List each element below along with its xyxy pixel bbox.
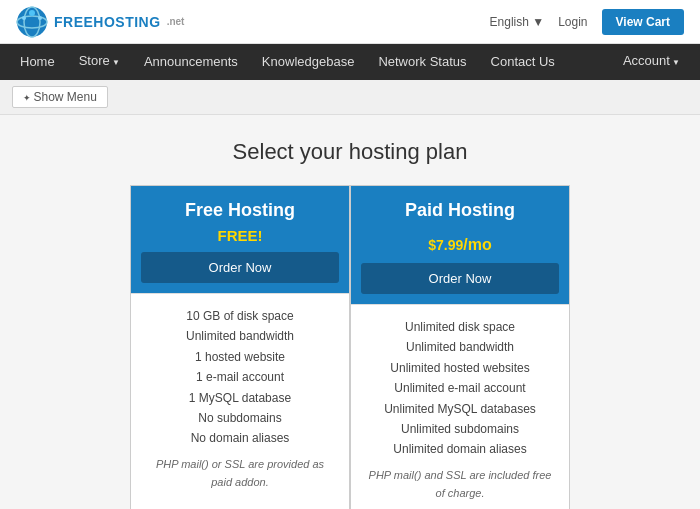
login-link[interactable]: Login — [558, 15, 587, 29]
free-plan-note: PHP mail() or SSL are provided as paid a… — [147, 455, 333, 492]
view-cart-button[interactable]: View Cart — [602, 9, 684, 35]
nav-home[interactable]: Home — [8, 44, 67, 80]
logo-suffix: .net — [167, 16, 185, 27]
paid-plan-header: Paid Hosting $7.99/mo Order Now — [351, 186, 569, 304]
paid-plan-features: Unlimited disk space Unlimited bandwidth… — [351, 304, 569, 509]
free-plan-header: Free Hosting FREE! Order Now — [131, 186, 349, 293]
nav-announcements[interactable]: Announcements — [132, 44, 250, 80]
paid-plan-price: $7.99/mo — [361, 227, 559, 255]
plans-container: Free Hosting FREE! Order Now 10 GB of di… — [0, 185, 700, 509]
free-plan-features: 10 GB of disk space Unlimited bandwidth … — [131, 293, 349, 504]
nav-contact-us[interactable]: Contact Us — [479, 44, 567, 80]
show-menu-bar: Show Menu — [0, 80, 700, 115]
nav-knowledgebase[interactable]: Knowledgebase — [250, 44, 367, 80]
free-plan-card: Free Hosting FREE! Order Now 10 GB of di… — [130, 185, 350, 509]
paid-plan-price-suffix: /mo — [463, 236, 491, 253]
nav-account[interactable]: Account — [611, 43, 692, 81]
svg-point-3 — [29, 10, 35, 16]
nav-store[interactable]: Store — [67, 43, 132, 81]
logo-area: FREEHOSTING .net — [16, 6, 184, 38]
svg-point-5 — [22, 16, 26, 20]
logo-icon — [16, 6, 48, 38]
main-nav: Home Store Announcements Knowledgebase N… — [0, 44, 700, 80]
free-plan-price: FREE! — [141, 227, 339, 244]
top-bar: FREEHOSTING .net English ▼ Login View Ca… — [0, 0, 700, 44]
nav-network-status[interactable]: Network Status — [366, 44, 478, 80]
show-menu-button[interactable]: Show Menu — [12, 86, 108, 108]
logo-text: FREEHOSTING — [54, 14, 161, 30]
language-selector[interactable]: English ▼ — [490, 15, 545, 29]
svg-point-4 — [38, 16, 42, 20]
paid-plan-name: Paid Hosting — [361, 200, 559, 221]
page-title: Select your hosting plan — [0, 115, 700, 185]
free-plan-name: Free Hosting — [141, 200, 339, 221]
paid-plan-note: PHP mail() and SSL are included free of … — [367, 466, 553, 503]
paid-plan-order-button[interactable]: Order Now — [361, 263, 559, 294]
paid-plan-card: Paid Hosting $7.99/mo Order Now Unlimite… — [350, 185, 570, 509]
free-plan-order-button[interactable]: Order Now — [141, 252, 339, 283]
top-right-area: English ▼ Login View Cart — [490, 9, 684, 35]
